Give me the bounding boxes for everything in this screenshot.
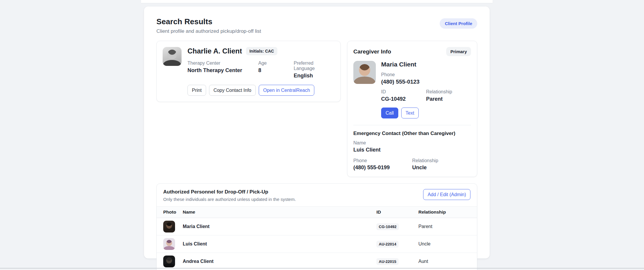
caregiver-card: Caregiver Info Primary Maria Client Phon… [347, 41, 477, 177]
personnel-subtitle: Only these individuals are authorized un… [163, 197, 296, 202]
caregiver-divider [353, 125, 471, 125]
page-subtitle: Client profile and authorized pickup/dro… [156, 28, 261, 34]
page-header-text: Search Results Client profile and author… [156, 17, 261, 34]
therapy-center-label: Therapy Center [187, 61, 258, 66]
client-actions: Print Copy Contact Info Open in CentralR… [187, 85, 334, 96]
language-label: Preferred Language [294, 61, 334, 71]
page-background: { "page": { "title": "Search Results", "… [0, 0, 644, 270]
emergency-phone-rel-grid: Phone (480) 555-0199 Relationship Uncle [353, 154, 471, 171]
personnel-row-relationship: Aunt [418, 259, 470, 264]
client-fields: Therapy Center North Therapy Center Age … [187, 61, 334, 79]
language-value: English [294, 73, 334, 79]
caregiver-id-value: CG-10492 [381, 96, 426, 102]
page-title: Search Results [156, 17, 261, 26]
personnel-row-name: Luis Client [183, 241, 376, 247]
personnel-header-text: Authorized Personnel for Drop-Off / Pick… [163, 189, 296, 202]
therapy-center-value: North Therapy Center [187, 67, 258, 74]
personnel-row-id: AU-22015 [376, 258, 418, 265]
emergency-relationship-value: Uncle [412, 165, 471, 171]
caregiver-info: Maria Client Phone (480) 555-0123 ID CG-… [381, 61, 471, 118]
emergency-relationship-field: Relationship Uncle [412, 154, 471, 171]
personnel-row: Maria Client CG-10492 Parent [157, 218, 477, 235]
add-edit-admin-button[interactable]: Add / Edit (Admin) [423, 189, 470, 200]
open-in-centralreach-button[interactable]: Open in CentralReach [259, 85, 314, 96]
age-field: Age 8 [258, 61, 294, 79]
language-field: Preferred Language English [294, 61, 334, 79]
client-name-row: Charlie A. Client Initials: CAC [187, 47, 334, 55]
personnel-row-id: AU-22014 [376, 241, 418, 248]
id-badge: AU-22015 [376, 258, 399, 265]
emergency-contact-section: Emergency Contact (Other than Caregiver)… [353, 131, 471, 171]
caregiver-photo [353, 61, 376, 84]
emergency-name-value: Luis Client [353, 147, 471, 153]
call-button[interactable]: Call [381, 108, 398, 118]
personnel-header: Authorized Personnel for Drop-Off / Pick… [157, 184, 477, 206]
emergency-phone-value: (480) 555-0199 [353, 165, 412, 171]
personnel-row-name: Maria Client [183, 224, 376, 229]
page-header: Search Results Client profile and author… [156, 17, 477, 34]
age-value: 8 [258, 67, 294, 74]
caregiver-phone-value: (480) 555-0123 [381, 79, 471, 85]
client-card: Charlie A. Client Initials: CAC Therapy … [156, 41, 341, 102]
personnel-row: Luis Client AU-22014 Uncle [157, 235, 477, 253]
personnel-row-id: CG-10492 [376, 223, 418, 230]
client-photo [163, 47, 182, 66]
emergency-phone-label: Phone [353, 158, 412, 163]
personnel-row-photo [163, 221, 175, 232]
authorized-personnel-card: Authorized Personnel for Drop-Off / Pick… [156, 183, 477, 270]
viewport-bottom-edge [0, 268, 644, 269]
client-name: Charlie A. Client [187, 47, 242, 55]
caregiver-name: Maria Client [381, 61, 471, 68]
column-header-name: Name [183, 209, 376, 215]
personnel-row-name: Andrea Client [183, 259, 376, 264]
caregiver-relationship-value: Parent [426, 96, 471, 102]
id-badge: CG-10492 [376, 223, 399, 230]
column-header-photo: Photo [163, 209, 183, 215]
emergency-phone-field: Phone (480) 555-0199 [353, 154, 412, 171]
emergency-title: Emergency Contact (Other than Caregiver) [353, 131, 471, 136]
text-button[interactable]: Text [401, 108, 419, 118]
client-initials-badge: Initials: CAC [246, 47, 277, 55]
column-header-id: ID [376, 209, 418, 215]
age-label: Age [258, 61, 294, 66]
client-profile-badge[interactable]: Client Profile [440, 18, 477, 29]
caregiver-phone-label: Phone [381, 72, 471, 77]
caregiver-relationship-label: Relationship [426, 89, 471, 95]
column-header-relationship: Relationship [418, 209, 470, 215]
caregiver-actions: Call Text [381, 108, 471, 118]
therapy-center-field: Therapy Center North Therapy Center [187, 61, 258, 79]
client-details: Charlie A. Client Initials: CAC Therapy … [187, 47, 334, 96]
caregiver-id-label: ID [381, 89, 426, 95]
caregiver-id-rel-grid: ID CG-10492 Relationship Parent [381, 89, 471, 102]
personnel-table-header: Photo Name ID Relationship [157, 206, 477, 218]
caregiver-title: Caregiver Info [353, 48, 391, 55]
cards-row: Charlie A. Client Initials: CAC Therapy … [156, 41, 477, 177]
caregiver-header: Caregiver Info Primary [353, 47, 471, 56]
personnel-row-relationship: Parent [418, 224, 470, 229]
personnel-row-photo [163, 238, 175, 250]
personnel-row-relationship: Uncle [418, 241, 470, 247]
emergency-relationship-label: Relationship [412, 158, 471, 163]
personnel-row: Andrea Client AU-22015 Aunt [157, 253, 477, 270]
personnel-title: Authorized Personnel for Drop-Off / Pick… [163, 189, 296, 195]
top-bar-edge [141, 0, 493, 3]
personnel-row-photo [163, 256, 175, 267]
id-badge: AU-22014 [376, 241, 399, 248]
main-panel: Search Results Client profile and author… [144, 6, 490, 258]
caregiver-id-field: ID CG-10492 [381, 89, 426, 102]
caregiver-relationship-field: Relationship Parent [426, 89, 471, 102]
emergency-name-label: Name [353, 140, 471, 146]
print-button[interactable]: Print [187, 85, 206, 96]
caregiver-body: Maria Client Phone (480) 555-0123 ID CG-… [353, 61, 471, 118]
copy-contact-info-button[interactable]: Copy Contact Info [209, 85, 256, 96]
primary-badge: Primary [446, 47, 471, 56]
